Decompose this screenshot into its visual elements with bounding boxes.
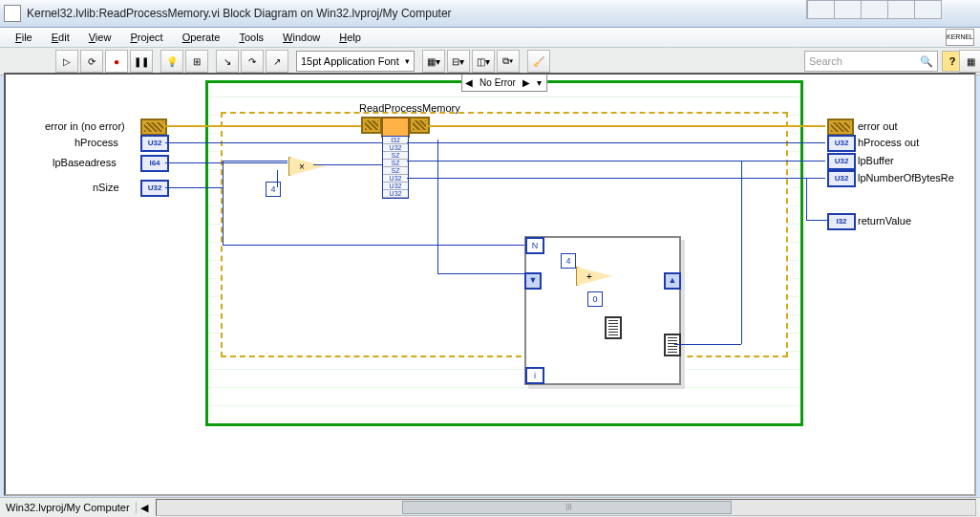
terminal-error-in[interactable] <box>140 118 167 136</box>
flat-sequence-structure[interactable] <box>221 112 788 357</box>
menu-window[interactable]: Window <box>275 30 328 45</box>
search-placeholder: Search <box>809 55 842 67</box>
constant-four-a[interactable]: 4 <box>266 182 281 197</box>
toolbar: ▷ ⟳ ● ❚❚ 💡 ⊞ ↘ ↷ ↗ 15pt Application Font… <box>0 48 980 75</box>
resize-button[interactable]: ◫▾ <box>472 50 495 73</box>
distribute-button[interactable]: ⊟▾ <box>447 50 470 73</box>
highlight-execution-button[interactable]: 💡 <box>160 50 183 73</box>
cleanup-button[interactable]: 🧹 <box>527 50 550 73</box>
menu-project[interactable]: Project <box>122 30 170 45</box>
menu-help[interactable]: Help <box>331 30 369 45</box>
status-arrow-icon[interactable]: ◀ <box>137 502 152 514</box>
reorder-button[interactable]: ⧉▾ <box>497 50 520 73</box>
step-into-button[interactable]: ↘ <box>216 50 239 73</box>
clfn-label: ReadProcessMemory <box>359 102 460 114</box>
clfn-error-in-terminal <box>361 117 382 134</box>
menu-tools[interactable]: Tools <box>231 30 271 45</box>
call-library-function-node[interactable] <box>381 117 410 138</box>
label-lpbaseaddress: lpBaseadress <box>53 157 117 168</box>
shift-register-right[interactable]: ▲ <box>664 272 681 290</box>
retain-wire-values-button[interactable]: ⊞ <box>185 50 208 73</box>
step-over-button[interactable]: ↷ <box>241 50 264 73</box>
case-label: No Error <box>476 77 520 88</box>
label-lpbuffer: lpBuffer <box>858 155 894 166</box>
step-out-button[interactable]: ↗ <box>266 50 288 73</box>
terminal-lpbaseaddress[interactable]: I64 <box>140 155 169 172</box>
clfn-error-out-terminal <box>409 117 430 134</box>
terminal-returnvalue[interactable]: I32 <box>827 213 856 230</box>
window-title: Kernel32.lvlib:ReadProcessMemory.vi Bloc… <box>27 7 452 20</box>
run-continuous-button[interactable]: ⟳ <box>80 50 103 73</box>
case-next-icon[interactable]: ▶ <box>520 77 533 88</box>
clfn-parameters: I32U32SZSZSZU32U32U32 <box>382 136 409 199</box>
app-icon <box>4 5 21 22</box>
search-input[interactable]: Search🔍 <box>804 51 938 72</box>
terminal-lpnumberofbytes[interactable]: U32 <box>827 170 856 187</box>
align-button[interactable]: ▦▾ <box>422 50 445 73</box>
terminal-nsize[interactable]: U32 <box>140 180 169 197</box>
for-loop-n: N <box>525 237 544 254</box>
case-prev-icon[interactable]: ◀ <box>462 77 476 88</box>
search-icon: 🔍 <box>920 55 933 68</box>
terminal-hprocess[interactable]: U32 <box>140 135 169 152</box>
replace-array-subset-node[interactable] <box>605 316 622 339</box>
terminal-error-out[interactable] <box>827 118 854 136</box>
label-hprocess: hProcess <box>75 137 118 148</box>
block-diagram-area[interactable]: ◀ No Error ▶ ▾ error in (no error) hProc… <box>4 73 976 496</box>
menu-view[interactable]: View <box>81 30 119 45</box>
horizontal-scrollbar[interactable]: ||| <box>156 499 976 516</box>
label-lpnumberofbytes: lpNumberOfBytesRe <box>858 172 954 183</box>
titlebar-extra <box>806 0 942 19</box>
menu-operate[interactable]: Operate <box>175 30 228 45</box>
icon-palette-button[interactable]: ▦ <box>959 50 980 73</box>
terminal-hprocess-out[interactable]: U32 <box>827 135 856 152</box>
autoindex-tunnel[interactable] <box>664 334 681 356</box>
constant-zero[interactable]: 0 <box>587 291 603 307</box>
run-button[interactable]: ▷ <box>55 50 78 73</box>
status-path[interactable]: Win32.lvproj/My Computer <box>0 502 137 513</box>
for-loop[interactable]: N i ▼ ▲ 4 + 0 <box>524 236 681 385</box>
menubar: File Edit View Project Operate Tools Win… <box>0 28 980 48</box>
menu-file[interactable]: File <box>8 30 40 45</box>
font-selector[interactable]: 15pt Application Font <box>296 51 415 72</box>
case-dropdown-icon[interactable]: ▾ <box>533 77 546 88</box>
for-loop-i: i <box>525 367 544 384</box>
abort-button[interactable]: ● <box>105 50 128 73</box>
menu-edit[interactable]: Edit <box>44 30 77 45</box>
shift-register-left[interactable]: ▼ <box>524 272 542 290</box>
statusbar: Win32.lvproj/My Computer ◀ ||| <box>0 497 980 517</box>
add-node[interactable]: + <box>576 267 612 286</box>
pause-button[interactable]: ❚❚ <box>130 50 153 73</box>
label-error-out: error out <box>858 120 898 132</box>
library-logo: KERNEL <box>946 29 974 46</box>
constant-four-b[interactable]: 4 <box>561 253 576 269</box>
label-error-in: error in (no error) <box>45 120 125 132</box>
label-returnvalue: returnValue <box>858 215 911 226</box>
label-nsize: nSize <box>93 182 119 193</box>
label-hprocess-out: hProcess out <box>858 137 919 148</box>
case-selector[interactable]: ◀ No Error ▶ ▾ <box>461 73 547 92</box>
terminal-lpbuffer[interactable]: U32 <box>827 153 856 170</box>
